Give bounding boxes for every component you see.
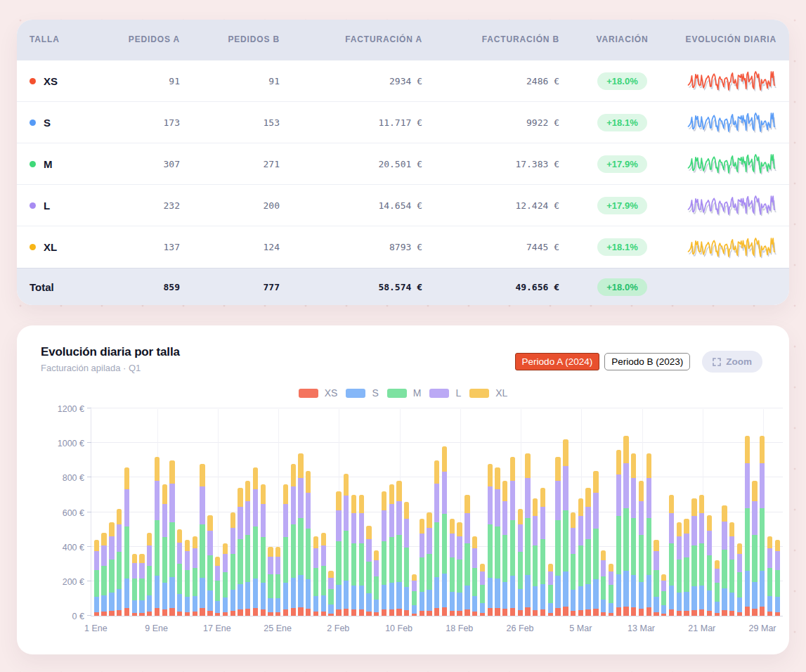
bar-day-21[interactable] — [245, 481, 250, 616]
bar-day-35[interactable] — [351, 495, 356, 616]
bar-day-60[interactable] — [540, 488, 545, 616]
bar-day-51[interactable] — [472, 536, 477, 616]
bar-day-47[interactable] — [442, 446, 447, 616]
bar-day-16[interactable] — [207, 515, 212, 616]
bar-day-69[interactable] — [609, 564, 613, 616]
bar-day-33[interactable] — [336, 491, 341, 616]
bar-day-91[interactable] — [775, 540, 780, 616]
legend-item-xs[interactable]: XS — [299, 387, 338, 399]
bar-day-1[interactable] — [94, 540, 99, 616]
bar-day-13[interactable] — [185, 540, 190, 616]
bar-day-70[interactable] — [616, 450, 621, 616]
legend-item-s[interactable]: S — [346, 387, 378, 399]
bar-day-18[interactable] — [223, 543, 228, 616]
bar-day-36[interactable] — [359, 495, 364, 616]
bar-day-66[interactable] — [585, 488, 590, 616]
bar-day-68[interactable] — [601, 550, 606, 616]
bar-day-12[interactable] — [177, 529, 182, 616]
bar-day-59[interactable] — [533, 498, 538, 616]
bar-day-31[interactable] — [321, 533, 326, 616]
bar-day-62[interactable] — [555, 457, 560, 616]
bar-day-45[interactable] — [427, 512, 431, 616]
bar-day-24[interactable] — [268, 547, 273, 616]
bar-day-56[interactable] — [510, 457, 515, 616]
bar-day-44[interactable] — [420, 519, 424, 616]
bar-day-75[interactable] — [654, 540, 658, 616]
bar-day-58[interactable] — [525, 453, 530, 616]
bar-day-15[interactable] — [200, 464, 204, 616]
bar-day-48[interactable] — [450, 519, 455, 616]
bar-day-84[interactable] — [722, 505, 727, 616]
bar-day-49[interactable] — [457, 522, 462, 616]
bar-day-43[interactable] — [412, 574, 417, 616]
bar-day-81[interactable] — [699, 495, 704, 616]
bar-day-83[interactable] — [715, 560, 720, 616]
bar-day-3[interactable] — [109, 522, 114, 616]
bar-day-88[interactable] — [752, 481, 757, 616]
bar-day-57[interactable] — [518, 509, 523, 616]
bar-day-27[interactable] — [291, 464, 296, 616]
bar-day-38[interactable] — [374, 550, 379, 616]
bar-day-20[interactable] — [238, 488, 242, 616]
bar-day-76[interactable] — [661, 574, 666, 616]
bar-day-78[interactable] — [677, 522, 682, 616]
bar-day-25[interactable] — [275, 547, 280, 616]
bar-day-8[interactable] — [147, 533, 152, 616]
bar-day-14[interactable] — [193, 536, 197, 616]
bar-day-71[interactable] — [623, 436, 628, 616]
bar-day-6[interactable] — [132, 554, 137, 616]
bar-day-37[interactable] — [366, 526, 371, 616]
bar-day-72[interactable] — [631, 453, 636, 616]
legend-item-m[interactable]: M — [387, 387, 422, 399]
zoom-button[interactable]: Zoom — [702, 351, 762, 373]
bar-day-29[interactable] — [306, 471, 311, 616]
legend-item-l[interactable]: L — [429, 387, 461, 399]
bar-day-39[interactable] — [382, 491, 386, 616]
bar-day-53[interactable] — [488, 464, 493, 616]
bar-day-30[interactable] — [313, 536, 318, 616]
bar-day-19[interactable] — [230, 512, 235, 616]
period-b-button[interactable]: Periodo B (2023) — [604, 353, 690, 370]
bar-day-46[interactable] — [434, 460, 439, 616]
bar-day-61[interactable] — [548, 564, 553, 616]
bar-day-90[interactable] — [767, 536, 772, 616]
bar-day-55[interactable] — [502, 481, 507, 616]
bar-day-17[interactable] — [215, 557, 220, 616]
bar-day-42[interactable] — [404, 502, 409, 616]
bar-day-5[interactable] — [124, 467, 129, 616]
total-facturacion-b: 49.656 € — [422, 282, 559, 292]
bar-day-67[interactable] — [593, 471, 598, 616]
bar-day-4[interactable] — [117, 509, 122, 616]
bar-day-26[interactable] — [283, 484, 288, 616]
bar-day-28[interactable] — [298, 453, 303, 616]
bar-day-73[interactable] — [639, 481, 644, 616]
bar-day-40[interactable] — [389, 484, 394, 616]
bar-day-64[interactable] — [571, 512, 576, 616]
bar-day-23[interactable] — [261, 484, 266, 616]
bar-day-77[interactable] — [669, 495, 674, 616]
bar-day-89[interactable] — [760, 436, 765, 616]
bar-day-82[interactable] — [707, 515, 712, 616]
bar-day-22[interactable] — [253, 467, 258, 616]
bar-day-86[interactable] — [737, 543, 742, 616]
bar-day-52[interactable] — [480, 564, 485, 616]
legend-item-xl[interactable]: XL — [469, 387, 507, 399]
bar-day-79[interactable] — [684, 519, 689, 616]
period-a-button[interactable]: Periodo A (2024) — [515, 353, 600, 370]
bar-day-50[interactable] — [464, 495, 469, 616]
bar-day-41[interactable] — [396, 481, 401, 616]
bar-day-65[interactable] — [578, 498, 583, 616]
bar-day-34[interactable] — [344, 474, 349, 616]
bar-day-54[interactable] — [495, 467, 500, 616]
bar-day-74[interactable] — [646, 453, 651, 616]
bar-day-7[interactable] — [139, 554, 144, 616]
bar-day-63[interactable] — [563, 439, 568, 616]
bar-day-32[interactable] — [328, 571, 333, 616]
bar-day-2[interactable] — [101, 533, 106, 616]
bar-day-80[interactable] — [691, 498, 696, 616]
bar-day-9[interactable] — [155, 457, 160, 616]
bar-day-10[interactable] — [162, 484, 167, 616]
bar-day-11[interactable] — [169, 460, 174, 616]
bar-day-87[interactable] — [745, 436, 750, 616]
bar-day-85[interactable] — [729, 522, 734, 616]
